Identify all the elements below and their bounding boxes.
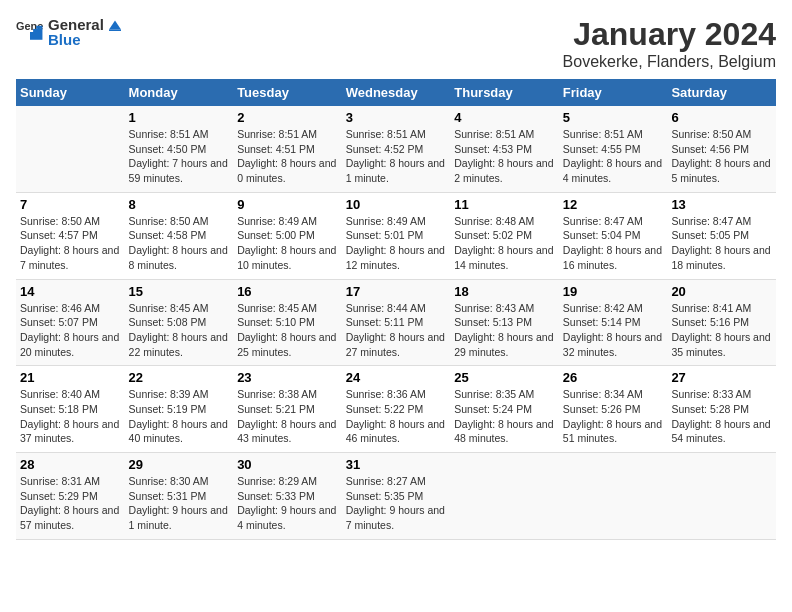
day-info: Sunrise: 8:44 AMSunset: 5:11 PMDaylight:… <box>346 301 447 360</box>
col-header-saturday: Saturday <box>667 79 776 106</box>
day-info: Sunrise: 8:50 AMSunset: 4:58 PMDaylight:… <box>129 214 230 273</box>
day-info: Sunrise: 8:30 AMSunset: 5:31 PMDaylight:… <box>129 474 230 533</box>
day-number: 21 <box>20 370 121 385</box>
day-number: 22 <box>129 370 230 385</box>
day-number: 12 <box>563 197 664 212</box>
day-info: Sunrise: 8:39 AMSunset: 5:19 PMDaylight:… <box>129 387 230 446</box>
main-title: January 2024 <box>563 16 776 53</box>
day-info: Sunrise: 8:29 AMSunset: 5:33 PMDaylight:… <box>237 474 338 533</box>
col-header-monday: Monday <box>125 79 234 106</box>
day-number: 9 <box>237 197 338 212</box>
day-cell: 31Sunrise: 8:27 AMSunset: 5:35 PMDayligh… <box>342 453 451 540</box>
svg-marker-3 <box>36 26 42 29</box>
day-number: 5 <box>563 110 664 125</box>
day-cell: 19Sunrise: 8:42 AMSunset: 5:14 PMDayligh… <box>559 279 668 366</box>
day-cell: 23Sunrise: 8:38 AMSunset: 5:21 PMDayligh… <box>233 366 342 453</box>
day-cell: 16Sunrise: 8:45 AMSunset: 5:10 PMDayligh… <box>233 279 342 366</box>
week-row-3: 14Sunrise: 8:46 AMSunset: 5:07 PMDayligh… <box>16 279 776 366</box>
day-number: 25 <box>454 370 555 385</box>
week-row-2: 7Sunrise: 8:50 AMSunset: 4:57 PMDaylight… <box>16 192 776 279</box>
day-number: 18 <box>454 284 555 299</box>
day-cell: 25Sunrise: 8:35 AMSunset: 5:24 PMDayligh… <box>450 366 559 453</box>
day-cell: 27Sunrise: 8:33 AMSunset: 5:28 PMDayligh… <box>667 366 776 453</box>
day-cell: 30Sunrise: 8:29 AMSunset: 5:33 PMDayligh… <box>233 453 342 540</box>
day-cell: 18Sunrise: 8:43 AMSunset: 5:13 PMDayligh… <box>450 279 559 366</box>
day-cell: 20Sunrise: 8:41 AMSunset: 5:16 PMDayligh… <box>667 279 776 366</box>
day-cell: 24Sunrise: 8:36 AMSunset: 5:22 PMDayligh… <box>342 366 451 453</box>
day-number: 8 <box>129 197 230 212</box>
day-number: 24 <box>346 370 447 385</box>
day-info: Sunrise: 8:31 AMSunset: 5:29 PMDaylight:… <box>20 474 121 533</box>
day-info: Sunrise: 8:42 AMSunset: 5:14 PMDaylight:… <box>563 301 664 360</box>
day-number: 14 <box>20 284 121 299</box>
day-info: Sunrise: 8:48 AMSunset: 5:02 PMDaylight:… <box>454 214 555 273</box>
svg-marker-4 <box>109 21 121 30</box>
day-cell: 11Sunrise: 8:48 AMSunset: 5:02 PMDayligh… <box>450 192 559 279</box>
day-info: Sunrise: 8:51 AMSunset: 4:50 PMDaylight:… <box>129 127 230 186</box>
day-cell: 3Sunrise: 8:51 AMSunset: 4:52 PMDaylight… <box>342 106 451 192</box>
day-info: Sunrise: 8:50 AMSunset: 4:56 PMDaylight:… <box>671 127 772 186</box>
day-cell: 9Sunrise: 8:49 AMSunset: 5:00 PMDaylight… <box>233 192 342 279</box>
day-info: Sunrise: 8:47 AMSunset: 5:05 PMDaylight:… <box>671 214 772 273</box>
day-info: Sunrise: 8:38 AMSunset: 5:21 PMDaylight:… <box>237 387 338 446</box>
day-cell: 5Sunrise: 8:51 AMSunset: 4:55 PMDaylight… <box>559 106 668 192</box>
day-cell: 2Sunrise: 8:51 AMSunset: 4:51 PMDaylight… <box>233 106 342 192</box>
day-number: 19 <box>563 284 664 299</box>
day-number: 26 <box>563 370 664 385</box>
day-info: Sunrise: 8:34 AMSunset: 5:26 PMDaylight:… <box>563 387 664 446</box>
day-cell: 26Sunrise: 8:34 AMSunset: 5:26 PMDayligh… <box>559 366 668 453</box>
day-cell: 8Sunrise: 8:50 AMSunset: 4:58 PMDaylight… <box>125 192 234 279</box>
col-header-wednesday: Wednesday <box>342 79 451 106</box>
day-number: 16 <box>237 284 338 299</box>
day-number: 7 <box>20 197 121 212</box>
day-number: 28 <box>20 457 121 472</box>
day-cell: 22Sunrise: 8:39 AMSunset: 5:19 PMDayligh… <box>125 366 234 453</box>
day-cell: 14Sunrise: 8:46 AMSunset: 5:07 PMDayligh… <box>16 279 125 366</box>
day-info: Sunrise: 8:51 AMSunset: 4:53 PMDaylight:… <box>454 127 555 186</box>
svg-rect-5 <box>109 30 121 32</box>
day-info: Sunrise: 8:35 AMSunset: 5:24 PMDaylight:… <box>454 387 555 446</box>
day-info: Sunrise: 8:47 AMSunset: 5:04 PMDaylight:… <box>563 214 664 273</box>
day-cell: 1Sunrise: 8:51 AMSunset: 4:50 PMDaylight… <box>125 106 234 192</box>
day-number: 13 <box>671 197 772 212</box>
day-number: 11 <box>454 197 555 212</box>
svg-marker-1 <box>30 32 42 40</box>
day-number: 4 <box>454 110 555 125</box>
title-area: January 2024 Bovekerke, Flanders, Belgiu… <box>563 16 776 71</box>
day-number: 17 <box>346 284 447 299</box>
day-info: Sunrise: 8:51 AMSunset: 4:52 PMDaylight:… <box>346 127 447 186</box>
svg-marker-2 <box>33 29 42 32</box>
week-row-5: 28Sunrise: 8:31 AMSunset: 5:29 PMDayligh… <box>16 453 776 540</box>
header-row: SundayMondayTuesdayWednesdayThursdayFrid… <box>16 79 776 106</box>
day-info: Sunrise: 8:51 AMSunset: 4:55 PMDaylight:… <box>563 127 664 186</box>
col-header-thursday: Thursday <box>450 79 559 106</box>
day-cell: 12Sunrise: 8:47 AMSunset: 5:04 PMDayligh… <box>559 192 668 279</box>
day-info: Sunrise: 8:27 AMSunset: 5:35 PMDaylight:… <box>346 474 447 533</box>
day-cell: 7Sunrise: 8:50 AMSunset: 4:57 PMDaylight… <box>16 192 125 279</box>
day-info: Sunrise: 8:33 AMSunset: 5:28 PMDaylight:… <box>671 387 772 446</box>
calendar-table: SundayMondayTuesdayWednesdayThursdayFrid… <box>16 79 776 540</box>
day-number: 20 <box>671 284 772 299</box>
day-info: Sunrise: 8:50 AMSunset: 4:57 PMDaylight:… <box>20 214 121 273</box>
day-number: 1 <box>129 110 230 125</box>
day-cell <box>559 453 668 540</box>
logo-icon: General <box>16 18 44 46</box>
day-number: 2 <box>237 110 338 125</box>
subtitle: Bovekerke, Flanders, Belgium <box>563 53 776 71</box>
day-info: Sunrise: 8:43 AMSunset: 5:13 PMDaylight:… <box>454 301 555 360</box>
day-info: Sunrise: 8:45 AMSunset: 5:08 PMDaylight:… <box>129 301 230 360</box>
header: General General Blue January 2024 Boveke… <box>16 16 776 71</box>
day-cell: 6Sunrise: 8:50 AMSunset: 4:56 PMDaylight… <box>667 106 776 192</box>
week-row-4: 21Sunrise: 8:40 AMSunset: 5:18 PMDayligh… <box>16 366 776 453</box>
day-info: Sunrise: 8:36 AMSunset: 5:22 PMDaylight:… <box>346 387 447 446</box>
day-cell <box>16 106 125 192</box>
day-number: 3 <box>346 110 447 125</box>
day-info: Sunrise: 8:49 AMSunset: 5:01 PMDaylight:… <box>346 214 447 273</box>
day-number: 30 <box>237 457 338 472</box>
col-header-sunday: Sunday <box>16 79 125 106</box>
day-info: Sunrise: 8:46 AMSunset: 5:07 PMDaylight:… <box>20 301 121 360</box>
week-row-1: 1Sunrise: 8:51 AMSunset: 4:50 PMDaylight… <box>16 106 776 192</box>
day-info: Sunrise: 8:45 AMSunset: 5:10 PMDaylight:… <box>237 301 338 360</box>
day-number: 15 <box>129 284 230 299</box>
day-cell <box>450 453 559 540</box>
